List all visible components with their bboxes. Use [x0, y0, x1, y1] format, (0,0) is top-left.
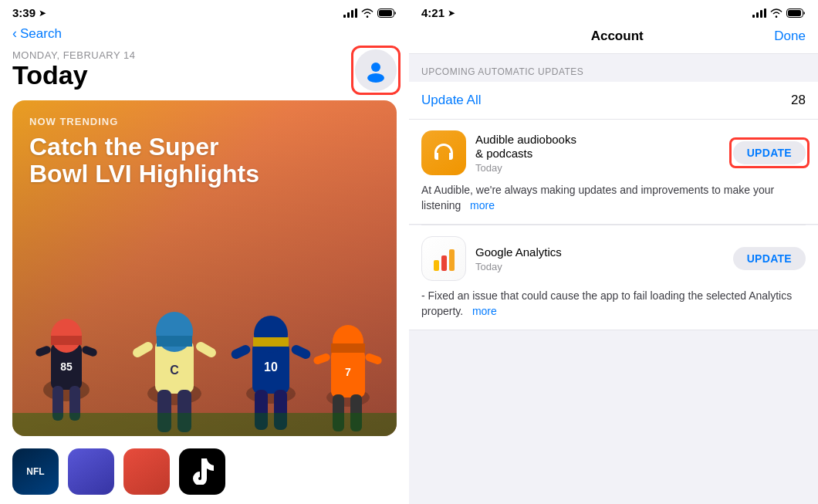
section-header: UPCOMING AUTOMATIC UPDATES [409, 54, 818, 82]
account-header: Account Done [409, 22, 818, 54]
wifi-icon-right [770, 8, 783, 18]
update-count: 28 [791, 93, 806, 108]
ga-date: Today [475, 261, 724, 272]
update-all-label[interactable]: Update All [421, 93, 482, 108]
ga-app-name: Google Analytics [475, 245, 724, 259]
svg-text:C: C [170, 364, 179, 377]
ga-update-item: Google Analytics Today UPDATE - Fixed an… [409, 225, 818, 330]
svg-text:85: 85 [60, 360, 73, 373]
ga-bar-1 [434, 260, 439, 271]
account-title: Account [591, 29, 644, 44]
audible-update-highlight [729, 137, 810, 168]
hero-card[interactable]: NOW TRENDING Catch the Super Bowl LVI Hi… [12, 100, 397, 436]
ga-bars-chart [434, 246, 455, 271]
battery-icon [377, 8, 397, 18]
date-label: MONDAY, FEBRUARY 14 [12, 49, 136, 61]
app-icon-3[interactable] [123, 448, 170, 495]
tiktok-icon [191, 458, 214, 485]
svg-rect-7 [51, 336, 82, 345]
status-icons-right [752, 8, 806, 18]
battery-icon-right [786, 8, 806, 18]
tiktok-app-icon[interactable] [179, 448, 225, 495]
audible-update-btn-wrapper: UPDATE [733, 141, 806, 164]
svg-rect-26 [230, 343, 252, 360]
status-bar-right: 4:21 ➤ [409, 0, 818, 22]
audible-app-icon[interactable] [421, 130, 466, 175]
nfl-app-icon[interactable]: NFL [12, 448, 59, 495]
nfl-text: NFL [26, 466, 44, 477]
svg-point-24 [254, 316, 288, 353]
update-all-row[interactable]: Update All 28 [409, 82, 818, 120]
time-left: 3:39 [12, 6, 35, 19]
svg-text:7: 7 [345, 366, 351, 378]
status-bar-left: 3:39 ➤ [0, 0, 409, 22]
back-arrow-icon: ‹ [12, 25, 17, 42]
svg-rect-27 [290, 343, 313, 360]
updates-section: UPCOMING AUTOMATIC UPDATES Update All 28… [409, 54, 818, 504]
svg-rect-9 [81, 345, 98, 357]
ga-app-icon[interactable] [421, 236, 466, 281]
audible-date: Today [475, 162, 724, 174]
hero-title: Catch the Super Bowl LVI Highlights [29, 134, 380, 188]
time-right: 4:21 [421, 6, 444, 19]
ga-update-button[interactable]: UPDATE [733, 247, 806, 270]
status-icons-left [343, 8, 397, 18]
back-search[interactable]: ‹ Search [12, 25, 397, 42]
ga-bar-3 [449, 249, 455, 271]
location-icon: ➤ [39, 8, 46, 19]
svg-rect-40 [12, 413, 397, 436]
svg-point-33 [333, 325, 363, 359]
svg-rect-16 [157, 336, 192, 347]
svg-rect-8 [35, 345, 52, 357]
audible-headphones-icon [430, 139, 458, 167]
nav-bar-left: ‹ Search [0, 22, 409, 46]
svg-rect-35 [313, 353, 331, 366]
wifi-icon [361, 8, 374, 18]
bottom-apps: NFL [0, 439, 409, 504]
ga-bar-2 [441, 255, 447, 271]
hero-content: NOW TRENDING Catch the Super Bowl LVI Hi… [29, 116, 380, 188]
trending-label: NOW TRENDING [29, 116, 380, 127]
audible-update-top: Audible audiobooks& podcasts Today UPDAT… [421, 130, 806, 175]
account-btn-wrapper [355, 49, 397, 91]
ga-more-link[interactable]: more [472, 305, 497, 317]
back-search-label[interactable]: Search [20, 26, 62, 42]
page-header: MONDAY, FEBRUARY 14 Today [0, 46, 409, 97]
ga-update-top: Google Analytics Today UPDATE [421, 236, 806, 281]
ga-description: - Fixed an issue that could cause the ap… [421, 289, 806, 319]
svg-rect-34 [331, 343, 365, 353]
audible-update-item: Audible audiobooks& podcasts Today UPDAT… [409, 120, 818, 225]
phone-left: 3:39 ➤ ‹ [0, 0, 409, 504]
svg-rect-18 [194, 340, 218, 359]
location-icon-right: ➤ [448, 8, 455, 19]
account-btn-highlight [351, 46, 401, 95]
svg-rect-42 [788, 10, 801, 16]
players-illustration: 85 C [12, 220, 397, 436]
svg-rect-36 [364, 353, 383, 366]
audible-app-name: Audible audiobooks& podcasts [475, 133, 724, 161]
phone-right: 4:21 ➤ Account Done [409, 0, 818, 504]
app-icon-2[interactable] [68, 448, 114, 495]
signal-icon-right [752, 8, 766, 18]
ga-info: Google Analytics Today [475, 245, 724, 272]
signal-icon [343, 8, 357, 18]
svg-text:10: 10 [264, 360, 278, 374]
header-left: MONDAY, FEBRUARY 14 Today [12, 49, 136, 90]
audible-info: Audible audiobooks& podcasts Today [475, 133, 724, 174]
svg-rect-1 [379, 10, 392, 16]
done-button[interactable]: Done [774, 29, 806, 44]
today-title: Today [12, 61, 136, 90]
svg-rect-25 [253, 337, 289, 347]
svg-rect-17 [131, 340, 154, 359]
audible-description: At Audible, we're always making updates … [421, 183, 806, 213]
audible-more-link[interactable]: more [470, 199, 495, 211]
